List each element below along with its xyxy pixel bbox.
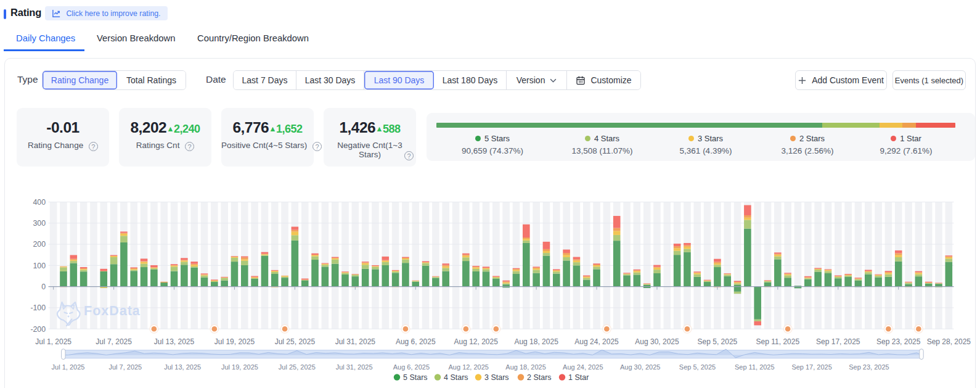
svg-text:Jul 7, 2025: Jul 7, 2025 — [96, 337, 132, 346]
svg-text:1 Star: 1 Star — [568, 373, 589, 382]
svg-text:Sep 5, 2025: Sep 5, 2025 — [679, 363, 716, 371]
svg-text:Jul 1, 2025: Jul 1, 2025 — [35, 337, 71, 346]
svg-text:Jul 13, 2025: Jul 13, 2025 — [154, 337, 195, 346]
svg-text:Jul 25, 2025: Jul 25, 2025 — [279, 363, 316, 371]
svg-text:FoxData: FoxData — [84, 303, 141, 318]
svg-text:Aug 18, 2025: Aug 18, 2025 — [514, 337, 558, 346]
svg-text:Jul 7, 2025: Jul 7, 2025 — [108, 363, 142, 371]
svg-text:Sep 23, 2025: Sep 23, 2025 — [849, 363, 889, 371]
svg-text:Aug 18, 2025: Aug 18, 2025 — [505, 363, 545, 371]
svg-text:5 Stars: 5 Stars — [403, 373, 428, 382]
svg-text:Jul 31, 2025: Jul 31, 2025 — [336, 363, 373, 371]
svg-text:Jul 19, 2025: Jul 19, 2025 — [214, 337, 255, 346]
svg-text:Aug 24, 2025: Aug 24, 2025 — [574, 337, 619, 346]
svg-text:-100: -100 — [30, 303, 46, 312]
svg-text:4 Stars: 4 Stars — [444, 373, 468, 382]
svg-text:Jul 25, 2025: Jul 25, 2025 — [275, 337, 316, 346]
svg-text:300: 300 — [33, 219, 46, 228]
svg-text:Jul 13, 2025: Jul 13, 2025 — [164, 363, 201, 371]
svg-text:0: 0 — [41, 283, 46, 291]
svg-text:3 Stars: 3 Stars — [484, 373, 509, 382]
svg-text:2 Stars: 2 Stars — [527, 373, 552, 382]
svg-text:200: 200 — [33, 240, 46, 249]
svg-text:Sep 17, 2025: Sep 17, 2025 — [816, 337, 860, 346]
svg-text:-200: -200 — [30, 325, 46, 334]
svg-text:Aug 30, 2025: Aug 30, 2025 — [620, 363, 660, 371]
svg-text:Jul 1, 2025: Jul 1, 2025 — [52, 363, 85, 371]
svg-text:Aug 6, 2025: Aug 6, 2025 — [396, 337, 436, 346]
svg-text:Aug 24, 2025: Aug 24, 2025 — [563, 363, 603, 371]
svg-text:Aug 30, 2025: Aug 30, 2025 — [635, 337, 679, 346]
svg-text:Aug 12, 2025: Aug 12, 2025 — [449, 363, 489, 371]
svg-text:400: 400 — [33, 198, 46, 207]
svg-text:Sep 17, 2025: Sep 17, 2025 — [791, 363, 831, 371]
svg-text:Jul 19, 2025: Jul 19, 2025 — [221, 363, 258, 371]
svg-text:Sep 5, 2025: Sep 5, 2025 — [698, 337, 738, 346]
svg-text:Aug 12, 2025: Aug 12, 2025 — [454, 337, 498, 346]
svg-text:Sep 11, 2025: Sep 11, 2025 — [735, 363, 775, 371]
svg-text:Aug 6, 2025: Aug 6, 2025 — [393, 363, 430, 371]
svg-text:Sep 23, 2025: Sep 23, 2025 — [876, 337, 921, 346]
svg-text:Sep 11, 2025: Sep 11, 2025 — [756, 337, 800, 346]
svg-text:Sep 28, 2025: Sep 28, 2025 — [927, 337, 971, 346]
svg-text:Jul 31, 2025: Jul 31, 2025 — [335, 337, 376, 346]
svg-text:100: 100 — [33, 262, 46, 270]
